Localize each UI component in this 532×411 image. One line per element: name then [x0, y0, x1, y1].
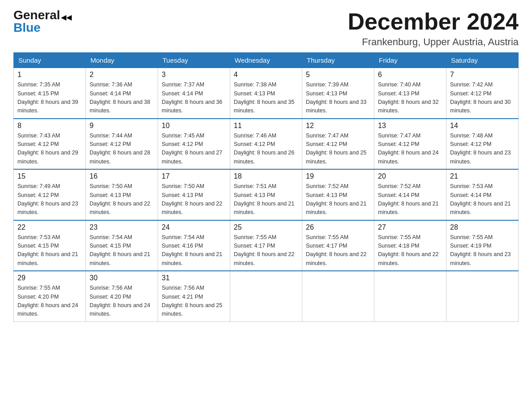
day-info: Sunrise: 7:42 AM Sunset: 4:12 PM Dayligh… — [450, 81, 515, 116]
sunset-text: Sunset: 4:12 PM — [450, 141, 491, 147]
col-wednesday: Wednesday — [230, 53, 302, 68]
sunrise-text: Sunrise: 7:55 AM — [17, 285, 60, 291]
col-friday: Friday — [374, 53, 446, 68]
calendar-day-cell: 24 Sunrise: 7:54 AM Sunset: 4:16 PM Dayl… — [158, 220, 230, 271]
calendar-day-cell: 7 Sunrise: 7:42 AM Sunset: 4:12 PM Dayli… — [446, 68, 519, 119]
daylight-text: Daylight: 8 hours and 29 minutes. — [17, 150, 78, 164]
day-info: Sunrise: 7:44 AM Sunset: 4:12 PM Dayligh… — [90, 132, 154, 167]
sunrise-text: Sunrise: 7:55 AM — [450, 234, 493, 240]
day-number: 9 — [90, 122, 154, 130]
sunset-text: Sunset: 4:19 PM — [450, 243, 491, 249]
day-number: 16 — [90, 172, 154, 180]
day-info: Sunrise: 7:36 AM Sunset: 4:14 PM Dayligh… — [90, 81, 154, 116]
calendar-day-cell: 15 Sunrise: 7:49 AM Sunset: 4:12 PM Dayl… — [14, 169, 86, 220]
title-section: December 2024 Frankenburg, Upper Austria… — [348, 9, 519, 48]
calendar-day-cell: 29 Sunrise: 7:55 AM Sunset: 4:20 PM Dayl… — [14, 271, 86, 321]
daylight-text: Daylight: 8 hours and 24 minutes. — [378, 150, 439, 164]
day-info: Sunrise: 7:55 AM Sunset: 4:18 PM Dayligh… — [378, 233, 442, 268]
daylight-text: Daylight: 8 hours and 21 minutes. — [162, 251, 223, 266]
day-number: 17 — [162, 172, 226, 180]
sunset-text: Sunset: 4:13 PM — [306, 90, 347, 97]
sunrise-text: Sunrise: 7:47 AM — [378, 133, 420, 139]
calendar-day-cell: 28 Sunrise: 7:55 AM Sunset: 4:19 PM Dayl… — [446, 220, 519, 271]
calendar-day-cell: 31 Sunrise: 7:56 AM Sunset: 4:21 PM Dayl… — [158, 271, 230, 321]
sunrise-text: Sunrise: 7:50 AM — [162, 183, 204, 189]
sunrise-text: Sunrise: 7:48 AM — [450, 133, 493, 139]
calendar-day-cell: 18 Sunrise: 7:51 AM Sunset: 4:13 PM Dayl… — [230, 169, 302, 220]
day-info: Sunrise: 7:47 AM Sunset: 4:12 PM Dayligh… — [378, 132, 442, 167]
logo-line1: General◀◀ — [13, 9, 72, 21]
daylight-text: Daylight: 8 hours and 22 minutes. — [90, 201, 150, 215]
sunset-text: Sunset: 4:12 PM — [378, 141, 419, 147]
logo-arrow-icon: ◀◀ — [61, 13, 72, 21]
daylight-text: Daylight: 8 hours and 25 minutes. — [306, 150, 367, 164]
day-info: Sunrise: 7:40 AM Sunset: 4:13 PM Dayligh… — [378, 81, 442, 116]
sunrise-text: Sunrise: 7:38 AM — [234, 81, 276, 88]
day-number: 24 — [162, 223, 226, 231]
day-number: 14 — [450, 122, 515, 130]
sunrise-text: Sunrise: 7:52 AM — [378, 183, 420, 189]
sunset-text: Sunset: 4:12 PM — [90, 141, 131, 147]
daylight-text: Daylight: 8 hours and 38 minutes. — [90, 99, 150, 114]
day-info: Sunrise: 7:49 AM Sunset: 4:12 PM Dayligh… — [17, 182, 82, 217]
sunset-text: Sunset: 4:13 PM — [378, 90, 419, 97]
calendar-day-cell: 3 Sunrise: 7:37 AM Sunset: 4:14 PM Dayli… — [158, 68, 230, 119]
sunrise-text: Sunrise: 7:51 AM — [234, 183, 276, 189]
day-number: 12 — [306, 122, 370, 130]
calendar-day-cell: 30 Sunrise: 7:56 AM Sunset: 4:20 PM Dayl… — [86, 271, 158, 321]
sunrise-text: Sunrise: 7:35 AM — [17, 81, 60, 88]
daylight-text: Daylight: 8 hours and 21 minutes. — [17, 251, 78, 266]
sunset-text: Sunset: 4:15 PM — [90, 243, 131, 249]
day-info: Sunrise: 7:50 AM Sunset: 4:13 PM Dayligh… — [90, 182, 154, 217]
sunrise-text: Sunrise: 7:44 AM — [90, 133, 132, 139]
calendar-day-cell: 14 Sunrise: 7:48 AM Sunset: 4:12 PM Dayl… — [446, 119, 519, 170]
logo-blue-text: Blue — [13, 21, 41, 34]
day-number: 30 — [90, 274, 154, 282]
sunset-text: Sunset: 4:17 PM — [306, 243, 347, 249]
day-number: 18 — [234, 172, 298, 180]
day-info: Sunrise: 7:55 AM Sunset: 4:17 PM Dayligh… — [234, 233, 298, 268]
day-number: 4 — [234, 71, 298, 79]
sunrise-text: Sunrise: 7:39 AM — [306, 81, 348, 88]
daylight-text: Daylight: 8 hours and 24 minutes. — [17, 302, 78, 317]
daylight-text: Daylight: 8 hours and 30 minutes. — [450, 99, 511, 114]
col-monday: Monday — [86, 53, 158, 68]
day-number: 7 — [450, 71, 515, 79]
sunset-text: Sunset: 4:12 PM — [17, 192, 59, 198]
day-number: 6 — [378, 71, 442, 79]
calendar-day-cell: 21 Sunrise: 7:53 AM Sunset: 4:14 PM Dayl… — [446, 169, 519, 220]
calendar-day-cell — [302, 271, 374, 321]
sunrise-text: Sunrise: 7:46 AM — [234, 133, 276, 139]
calendar-day-cell: 23 Sunrise: 7:54 AM Sunset: 4:15 PM Dayl… — [86, 220, 158, 271]
calendar-day-cell: 6 Sunrise: 7:40 AM Sunset: 4:13 PM Dayli… — [374, 68, 446, 119]
sunset-text: Sunset: 4:12 PM — [234, 141, 275, 147]
sunset-text: Sunset: 4:16 PM — [162, 243, 203, 249]
day-info: Sunrise: 7:53 AM Sunset: 4:15 PM Dayligh… — [17, 233, 82, 268]
calendar-table: Sunday Monday Tuesday Wednesday Thursday… — [13, 52, 519, 322]
sunrise-text: Sunrise: 7:42 AM — [450, 81, 493, 88]
calendar-day-cell — [230, 271, 302, 321]
calendar-week-row: 15 Sunrise: 7:49 AM Sunset: 4:12 PM Dayl… — [14, 169, 519, 220]
day-info: Sunrise: 7:51 AM Sunset: 4:13 PM Dayligh… — [234, 182, 298, 217]
daylight-text: Daylight: 8 hours and 22 minutes. — [162, 201, 223, 215]
calendar-day-cell: 25 Sunrise: 7:55 AM Sunset: 4:17 PM Dayl… — [230, 220, 302, 271]
daylight-text: Daylight: 8 hours and 21 minutes. — [378, 201, 439, 215]
day-info: Sunrise: 7:55 AM Sunset: 4:19 PM Dayligh… — [450, 233, 515, 268]
calendar-day-cell: 1 Sunrise: 7:35 AM Sunset: 4:15 PM Dayli… — [14, 68, 86, 119]
sunrise-text: Sunrise: 7:49 AM — [17, 183, 60, 189]
logo: General◀◀ Blue — [13, 9, 72, 34]
calendar-day-cell: 11 Sunrise: 7:46 AM Sunset: 4:12 PM Dayl… — [230, 119, 302, 170]
day-info: Sunrise: 7:37 AM Sunset: 4:14 PM Dayligh… — [162, 81, 226, 116]
daylight-text: Daylight: 8 hours and 33 minutes. — [306, 99, 367, 114]
day-number: 23 — [90, 223, 154, 231]
logo-general-text: General — [13, 8, 60, 22]
day-number: 8 — [17, 122, 82, 130]
day-number: 19 — [306, 172, 370, 180]
calendar-day-cell: 27 Sunrise: 7:55 AM Sunset: 4:18 PM Dayl… — [374, 220, 446, 271]
sunset-text: Sunset: 4:13 PM — [234, 90, 275, 97]
sunset-text: Sunset: 4:13 PM — [90, 192, 131, 198]
daylight-text: Daylight: 8 hours and 26 minutes. — [234, 150, 295, 164]
sunrise-text: Sunrise: 7:55 AM — [306, 234, 348, 240]
day-number: 1 — [17, 71, 82, 79]
daylight-text: Daylight: 8 hours and 39 minutes. — [17, 99, 78, 114]
